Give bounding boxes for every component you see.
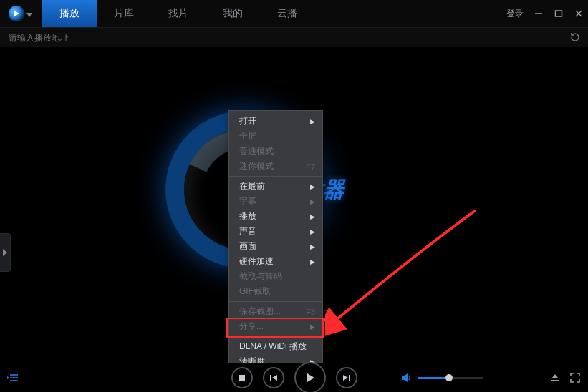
menu-item-label: 在最前 — [239, 180, 265, 192]
fullscreen-icon[interactable] — [569, 372, 581, 383]
svg-marker-20 — [551, 374, 559, 378]
tab-3[interactable]: 我的 — [206, 0, 260, 27]
menu-item-label: 普通模式 — [239, 145, 274, 157]
submenu-arrow-icon: ▶ — [310, 198, 315, 205]
menu-item-label: 播放 — [239, 210, 256, 222]
svg-rect-18 — [349, 375, 350, 381]
refresh-icon[interactable] — [569, 31, 581, 45]
menu-item-6: 字幕▶ — [229, 194, 322, 209]
menu-item-10[interactable]: 硬件加速▶ — [229, 254, 322, 269]
playback-controls — [231, 362, 357, 392]
menu-item-7[interactable]: 播放▶ — [229, 209, 322, 224]
svg-marker-6 — [3, 249, 7, 256]
submenu-arrow-icon: ▶ — [310, 183, 315, 190]
menu-item-3: 迷你模式F7 — [229, 159, 322, 174]
minimize-button[interactable] — [534, 9, 544, 19]
svg-rect-14 — [270, 375, 271, 381]
menu-item-14: 保存截图...F8 — [229, 304, 322, 319]
tab-2[interactable]: 找片 — [151, 0, 206, 27]
menu-item-1: 全屏 — [229, 129, 322, 144]
app-logo[interactable] — [9, 6, 24, 21]
menu-item-2: 普通模式 — [229, 144, 322, 159]
tab-1[interactable]: 片库 — [97, 0, 151, 27]
menu-item-17[interactable]: DLNA / WiDi 播放 — [229, 339, 322, 354]
stop-button[interactable] — [231, 367, 253, 388]
submenu-arrow-icon: ▶ — [310, 228, 315, 235]
menu-item-label: 迷你模式 — [239, 160, 274, 172]
svg-rect-3 — [556, 11, 562, 16]
tab-0[interactable]: 播放 — [42, 0, 97, 27]
maximize-button[interactable] — [554, 9, 564, 19]
menu-item-label: 画面 — [239, 240, 256, 253]
svg-marker-7 — [322, 318, 328, 322]
svg-marker-1 — [26, 13, 32, 17]
menu-item-8[interactable]: 声音▶ — [229, 224, 322, 239]
menu-separator — [229, 176, 322, 177]
menu-item-label: 全屏 — [239, 130, 256, 142]
logo-dropdown-icon[interactable] — [26, 7, 32, 20]
submenu-arrow-icon: ▶ — [310, 323, 315, 330]
submenu-arrow-icon: ▶ — [310, 213, 315, 220]
close-button[interactable] — [574, 9, 584, 19]
menu-item-shortcut: F8 — [306, 308, 315, 316]
menu-item-label: 截取与转码 — [239, 270, 282, 283]
submenu-arrow-icon: ▶ — [310, 243, 315, 250]
menu-item-11: 截取与转码 — [229, 269, 322, 284]
menu-item-9[interactable]: 画面▶ — [229, 239, 322, 254]
login-link[interactable]: 登录 — [506, 8, 524, 20]
volume-control — [401, 372, 483, 383]
menu-item-0[interactable]: 打开▶ — [229, 114, 322, 129]
menu-item-shortcut: F7 — [306, 162, 315, 171]
menu-separator — [229, 301, 322, 302]
annotation-arrow — [325, 207, 483, 336]
prev-button[interactable] — [263, 367, 284, 388]
volume-slider[interactable] — [418, 377, 483, 379]
svg-marker-16 — [307, 373, 314, 382]
menu-item-label: 保存截图... — [239, 305, 281, 318]
submenu-arrow-icon: ▶ — [310, 258, 315, 265]
menu-item-label: 打开 — [239, 115, 256, 127]
svg-marker-15 — [272, 375, 277, 381]
nav-tabs: 播放片库找片我的云播 — [42, 0, 314, 27]
menu-item-label: DLNA / WiDi 播放 — [239, 340, 307, 353]
eject-icon[interactable] — [549, 372, 561, 383]
svg-marker-19 — [402, 373, 408, 382]
title-bar: 播放片库找片我的云播 登录 — [0, 0, 588, 27]
menu-item-label: 分享... — [239, 320, 264, 333]
playlist-icon[interactable] — [7, 372, 19, 383]
window-controls: 登录 — [506, 0, 584, 27]
tab-4[interactable]: 云播 — [260, 0, 314, 27]
svg-marker-17 — [343, 375, 348, 381]
play-button[interactable] — [294, 362, 326, 392]
svg-rect-13 — [239, 375, 245, 381]
menu-item-label: 声音 — [239, 225, 256, 237]
bottom-bar — [0, 363, 588, 392]
menu-item-15: 分享...▶ — [229, 319, 322, 334]
context-menu: 打开▶全屏普通模式迷你模式F7在最前▶字幕▶播放▶声音▶画面▶硬件加速▶截取与转… — [228, 110, 323, 363]
address-bar — [0, 27, 588, 49]
svg-marker-0 — [14, 11, 19, 16]
volume-icon[interactable] — [401, 372, 413, 383]
next-button[interactable] — [336, 367, 357, 388]
side-panel-toggle[interactable] — [0, 233, 11, 272]
svg-rect-21 — [551, 380, 559, 381]
submenu-arrow-icon: ▶ — [310, 118, 315, 125]
menu-item-5[interactable]: 在最前▶ — [229, 179, 322, 194]
menu-item-label: GIF截取 — [239, 285, 271, 298]
menu-item-label: 硬件加速 — [239, 255, 274, 268]
address-input[interactable] — [7, 32, 581, 44]
player-area: 放器 打开▶全屏普通模式迷你模式F7在最前▶字幕▶播放▶声音▶画面▶硬件加速▶截… — [0, 47, 588, 363]
menu-item-label: 字幕 — [239, 195, 256, 207]
menu-item-12: GIF截取 — [229, 284, 322, 299]
svg-marker-12 — [7, 376, 9, 379]
menu-separator — [229, 336, 322, 337]
